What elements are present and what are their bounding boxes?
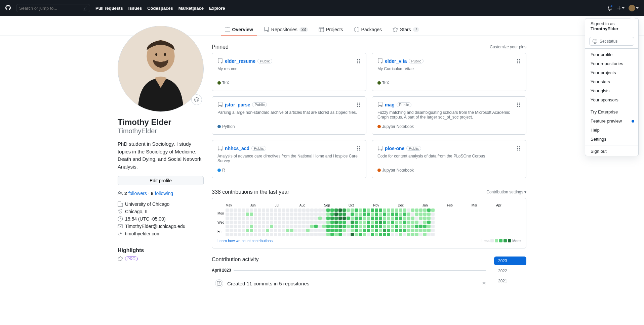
contrib-day-cell[interactable]	[246, 213, 249, 216]
contrib-day-cell[interactable]	[286, 213, 289, 216]
dropdown-help[interactable]: Help	[585, 126, 638, 135]
contrib-day-cell[interactable]	[302, 229, 306, 232]
contrib-day-cell[interactable]	[375, 221, 378, 224]
following-link[interactable]: 8 following	[151, 191, 173, 196]
contrib-day-cell[interactable]	[367, 225, 370, 228]
contrib-day-cell[interactable]	[351, 213, 354, 216]
contrib-day-cell[interactable]	[326, 225, 330, 228]
contrib-day-cell[interactable]	[298, 213, 301, 216]
contrib-day-cell[interactable]	[294, 213, 297, 216]
contrib-day-cell[interactable]	[411, 208, 414, 212]
dropdown-settings[interactable]: Settings	[585, 135, 638, 144]
contrib-day-cell[interactable]	[282, 229, 285, 232]
contrib-day-cell[interactable]	[302, 221, 306, 224]
contrib-day-cell[interactable]	[238, 233, 241, 236]
customize-pins-link[interactable]: Customize your pins	[490, 45, 526, 49]
dropdown-your-projects[interactable]: Your projects	[585, 68, 638, 77]
contrib-day-cell[interactable]	[266, 233, 269, 236]
contrib-day-cell[interactable]	[423, 213, 427, 216]
contrib-day-cell[interactable]	[318, 233, 322, 236]
contrib-day-cell[interactable]	[407, 208, 410, 212]
learn-contributions-link[interactable]: Learn how we count contributions	[217, 239, 273, 243]
contrib-day-cell[interactable]	[359, 221, 362, 224]
contrib-day-cell[interactable]	[250, 213, 253, 216]
contrib-day-cell[interactable]	[355, 225, 358, 228]
contrib-day-cell[interactable]	[347, 217, 350, 220]
contrib-day-cell[interactable]	[330, 221, 334, 224]
contrib-day-cell[interactable]	[298, 217, 301, 220]
contrib-day-cell[interactable]	[338, 229, 342, 232]
contrib-day-cell[interactable]	[343, 208, 346, 212]
contrib-day-cell[interactable]	[423, 208, 427, 212]
contrib-day-cell[interactable]	[298, 233, 301, 236]
contrib-day-cell[interactable]	[230, 217, 233, 220]
contrib-day-cell[interactable]	[270, 229, 273, 232]
contrib-day-cell[interactable]	[338, 213, 342, 216]
contrib-day-cell[interactable]	[427, 233, 431, 236]
contrib-day-cell[interactable]	[278, 221, 281, 224]
contrib-day-cell[interactable]	[238, 221, 241, 224]
contrib-day-cell[interactable]	[282, 225, 285, 228]
contrib-day-cell[interactable]	[266, 217, 269, 220]
contrib-day-cell[interactable]	[411, 213, 414, 216]
contrib-day-cell[interactable]	[226, 229, 229, 232]
contrib-day-cell[interactable]	[343, 229, 346, 232]
contrib-day-cell[interactable]	[347, 208, 350, 212]
contrib-day-cell[interactable]	[371, 208, 374, 212]
contrib-day-cell[interactable]	[254, 217, 257, 220]
contrib-day-cell[interactable]	[371, 225, 374, 228]
contrib-day-cell[interactable]	[383, 217, 386, 220]
contrib-day-cell[interactable]	[427, 217, 431, 220]
contrib-day-cell[interactable]	[330, 217, 334, 220]
contrib-day-cell[interactable]	[355, 233, 358, 236]
contrib-day-cell[interactable]	[415, 221, 418, 224]
contrib-day-cell[interactable]	[294, 221, 297, 224]
contrib-day-cell[interactable]	[411, 217, 414, 220]
contrib-day-cell[interactable]	[290, 213, 293, 216]
dropdown-try-enterprise[interactable]: Try Enterprise	[585, 107, 638, 117]
contrib-day-cell[interactable]	[355, 221, 358, 224]
set-status-button[interactable]: Set status	[589, 37, 634, 46]
contrib-day-cell[interactable]	[371, 229, 374, 232]
contrib-day-cell[interactable]	[379, 221, 382, 224]
contrib-day-cell[interactable]	[387, 233, 390, 236]
contrib-day-cell[interactable]	[230, 225, 233, 228]
contrib-day-cell[interactable]	[363, 208, 366, 212]
contrib-day-cell[interactable]	[282, 221, 285, 224]
contrib-day-cell[interactable]	[395, 233, 398, 236]
contrib-day-cell[interactable]	[351, 217, 354, 220]
contrib-day-cell[interactable]	[274, 208, 277, 212]
contrib-day-cell[interactable]	[334, 221, 338, 224]
contrib-day-cell[interactable]	[326, 213, 330, 216]
contrib-day-cell[interactable]	[314, 213, 318, 216]
contrib-day-cell[interactable]	[302, 213, 306, 216]
contrib-day-cell[interactable]	[242, 213, 245, 216]
contrib-day-cell[interactable]	[367, 233, 370, 236]
contrib-day-cell[interactable]	[347, 233, 350, 236]
contrib-day-cell[interactable]	[383, 225, 386, 228]
contrib-day-cell[interactable]	[234, 225, 237, 228]
contrib-day-cell[interactable]	[359, 233, 362, 236]
contrib-day-cell[interactable]	[387, 213, 390, 216]
contrib-day-cell[interactable]	[387, 217, 390, 220]
contrib-day-cell[interactable]	[238, 217, 241, 220]
contrib-day-cell[interactable]	[387, 208, 390, 212]
contrib-day-cell[interactable]	[419, 217, 422, 220]
contrib-day-cell[interactable]	[375, 213, 378, 216]
pinned-repo-link[interactable]: jstor_parse	[225, 102, 250, 107]
contrib-day-cell[interactable]	[391, 233, 394, 236]
drag-handle-icon[interactable]	[517, 58, 521, 65]
contrib-day-cell[interactable]	[302, 225, 306, 228]
profile-avatar[interactable]	[118, 26, 204, 112]
contrib-day-cell[interactable]	[258, 221, 261, 224]
contrib-day-cell[interactable]	[367, 217, 370, 220]
contrib-day-cell[interactable]	[347, 221, 350, 224]
contrib-day-cell[interactable]	[359, 225, 362, 228]
contrib-day-cell[interactable]	[395, 213, 398, 216]
contrib-day-cell[interactable]	[326, 217, 330, 220]
contrib-day-cell[interactable]	[403, 217, 406, 220]
drag-handle-icon[interactable]	[517, 146, 521, 152]
contrib-day-cell[interactable]	[399, 221, 402, 224]
contrib-day-cell[interactable]	[338, 208, 342, 212]
dropdown-sign-out[interactable]: Sign out	[585, 147, 638, 156]
